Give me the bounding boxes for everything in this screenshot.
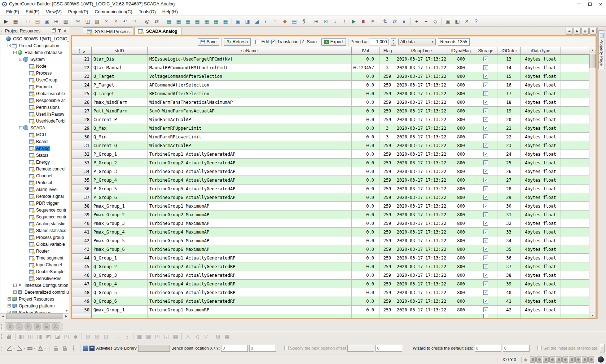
cell-fval[interactable]: 0.0 <box>352 245 379 254</box>
send-to-back-icon[interactable]: ▨ <box>144 333 153 341</box>
storage-checkbox[interactable] <box>483 83 488 87</box>
cell-partial[interactable] <box>352 314 379 318</box>
grid-vscrollbar[interactable]: ▲ ▼ <box>589 47 596 318</box>
vscroll-thumb[interactable] <box>589 54 596 68</box>
cell-tsnaptime[interactable]: 2020-03-17 17:13:22 <box>395 133 448 141</box>
cell-ldynaflag[interactable]: 800 <box>448 236 474 245</box>
cell-strname[interactable]: TurbineGroup6 ActuallyGeneratedAP <box>148 193 352 202</box>
cell-strid[interactable]: P_Target <box>92 81 148 89</box>
cell-storage[interactable] <box>474 202 497 210</box>
align-left-icon[interactable]: ◧ <box>17 333 26 341</box>
wizard-width-input[interactable] <box>475 345 501 352</box>
cell-idatatype[interactable]: 4bytes float <box>521 262 561 271</box>
tree-item-protocol[interactable]: Protocol <box>0 179 69 186</box>
cell-strid[interactable]: Pmax_Group_2 <box>92 210 148 219</box>
cell-strname[interactable]: TurbineGroup2 ActuallyGeneratedRP <box>148 262 352 271</box>
pointer-tool-icon[interactable]: ▶ <box>2 17 10 26</box>
chevron-down-icon[interactable]: ▾ <box>23 347 25 350</box>
cell-lflag[interactable]: 259 <box>379 167 395 176</box>
cell-strname[interactable]: SumOfWindFarmFansActualAP <box>148 107 352 115</box>
cell-lflag[interactable]: 3 <box>379 133 395 141</box>
tree-item-project-configuration[interactable]: -Project Configuration <box>0 42 69 49</box>
collapse-icon[interactable]: - <box>19 126 22 129</box>
cell-storage[interactable] <box>474 228 497 236</box>
grid-icon[interactable]: ⊞ <box>214 333 222 341</box>
cell-tsnaptime[interactable]: 2020-03-17 17:13:22 <box>395 167 448 176</box>
cell-iloorder[interactable]: 14 <box>497 63 521 72</box>
cell-iloorder[interactable]: 41 <box>497 297 521 306</box>
cell-filler[interactable] <box>561 167 589 176</box>
maximize-button[interactable] <box>584 0 595 8</box>
tree-item-alarm-level[interactable]: Alarm level <box>0 186 69 193</box>
menu-edit[interactable]: Edit(E) <box>22 9 43 15</box>
cell-ldynaflag[interactable]: 800 <box>448 193 474 202</box>
cell-tsnaptime[interactable]: 2020-03-17 17:13:22 <box>395 236 448 245</box>
cell-fval[interactable]: 0.0 <box>352 228 379 236</box>
cell-iloorder[interactable]: 18 <box>497 98 521 107</box>
storage-checkbox[interactable] <box>483 281 488 286</box>
expand-icon[interactable]: + <box>13 284 17 287</box>
cell-storage[interactable] <box>474 297 497 306</box>
row-number[interactable]: 49 <box>72 297 92 306</box>
cell-strname[interactable]: TurbineGroup6 MaximumAP <box>148 245 352 254</box>
cell-storage[interactable] <box>474 193 497 202</box>
new-icon[interactable]: □ <box>24 17 32 26</box>
shape-arrow-tool[interactable]: ← <box>16 323 23 330</box>
table-row-36[interactable]: 36P_Group_5TurbineGroup5 ActuallyGenerat… <box>72 185 589 193</box>
cell-strid[interactable]: Q_Group_2 <box>92 262 148 271</box>
cell-iloorder[interactable]: 22 <box>497 133 521 141</box>
tree-item-system-services[interactable]: +System Services <box>0 309 69 313</box>
cell-idatatype[interactable]: 4bytes float <box>521 63 561 72</box>
cell-tsnaptime[interactable]: 2020-03-17 17:13:22 <box>395 107 448 115</box>
cell-filler[interactable] <box>561 124 589 133</box>
tree-item-operating-platform[interactable]: +Operating platform <box>0 302 69 309</box>
scan-checkbox[interactable]: Scan <box>300 39 316 44</box>
tree-item-responsible-ar[interactable]: Responsible ar <box>0 97 69 104</box>
cell-strname[interactable]: TurbineGroup5 ActuallyGeneratedAP <box>148 185 352 193</box>
storage-checkbox[interactable] <box>483 126 488 130</box>
cell-strname[interactable]: WindFarmActualRP <box>148 141 352 150</box>
delete-all-icon[interactable]: × <box>111 17 120 26</box>
cell-tsnaptime[interactable]: 2020-03-17 17:13:22 <box>395 55 448 63</box>
cell-fval[interactable]: 0.0 <box>352 210 379 219</box>
tree-item-system[interactable]: -System <box>0 56 69 63</box>
find-icon[interactable]: ◎ <box>143 17 152 26</box>
cell-lflag[interactable]: 259 <box>379 271 395 280</box>
cell-storage[interactable] <box>474 133 497 141</box>
font-color-tool[interactable]: A <box>37 345 44 352</box>
toolbar-overflow-button[interactable]: » <box>600 344 605 352</box>
cell-strname[interactable]: WindFarmRPUpperLimit <box>148 124 352 133</box>
cell-ldynaflag[interactable]: 800 <box>448 107 474 115</box>
cell-lflag[interactable]: 259 <box>379 202 395 210</box>
storage-checkbox[interactable] <box>483 212 488 217</box>
storage-checkbox[interactable] <box>483 160 488 165</box>
cell-iloorder[interactable]: 42 <box>497 306 521 314</box>
storage-checkbox[interactable] <box>483 195 488 200</box>
col-header-idatatype[interactable]: iDataType <box>521 47 561 55</box>
row-number[interactable]: 33 <box>72 159 92 167</box>
cell-strname[interactable]: TurbineGroup5 MaximumAP <box>148 236 352 245</box>
cell-iloorder[interactable]: 24 <box>497 150 521 159</box>
cell-filler[interactable] <box>561 159 589 167</box>
tree-item-csc-800ws-1-wt-logic-v[interactable]: CSC-800WS-1(WT)_LOGIC_V <box>0 35 69 42</box>
cell-partial[interactable] <box>148 314 352 318</box>
offset-input-2[interactable] <box>376 345 402 352</box>
cell-lflag[interactable]: 259 <box>379 176 395 185</box>
storage-checkbox[interactable] <box>483 178 488 182</box>
tree-item-sequence-contr[interactable]: Sequence contr <box>0 213 69 220</box>
cell-storage[interactable] <box>474 107 497 115</box>
cell-filler[interactable] <box>561 141 589 150</box>
table-row-24[interactable]: 24P_TargetAPCommandAfterSelection0.02592… <box>72 81 589 89</box>
tab-scada-analog[interactable]: SCADA.Analog <box>134 27 181 35</box>
cell-partial[interactable] <box>448 314 474 318</box>
cell-iloorder[interactable]: 16 <box>497 81 521 89</box>
cell-storage[interactable] <box>474 89 497 98</box>
period-input[interactable] <box>369 39 388 45</box>
cell-strid[interactable]: P_Group_3 <box>92 167 148 176</box>
cell-storage[interactable] <box>474 150 497 159</box>
tree-item-time-segment[interactable]: Time segment <box>0 254 69 261</box>
alarm-icon[interactable]: ◆ <box>281 17 289 26</box>
tree-item-inputchannel[interactable]: InputChannel <box>0 261 69 268</box>
row-number[interactable]: 46 <box>72 271 92 280</box>
cell-ldynaflag[interactable]: 800 <box>448 297 474 306</box>
